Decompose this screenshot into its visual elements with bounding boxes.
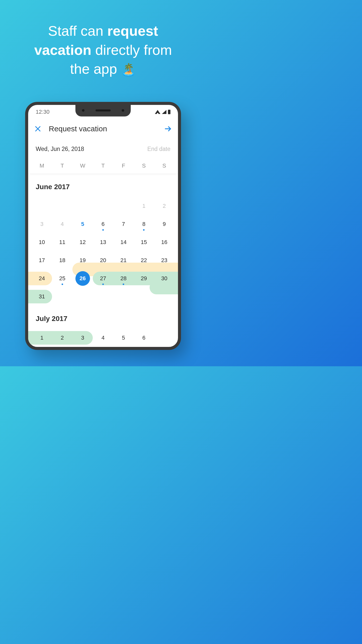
event-dot-icon [102, 229, 104, 231]
day-number: 13 [100, 239, 106, 246]
calendar-day[interactable]: 25 [52, 269, 72, 288]
calendar-day[interactable]: 3 [32, 215, 52, 233]
weekday-header: M T W T F S S [28, 157, 178, 174]
day-number: 28 [120, 275, 126, 282]
day-number: 2 [163, 203, 166, 209]
date-range-row: Wed, Jun 26, 2018 End date [28, 139, 178, 157]
day-number: 18 [59, 257, 65, 264]
day-number: 14 [120, 239, 126, 246]
calendar-day[interactable]: 18 [52, 251, 72, 269]
day-number: 1 [142, 203, 145, 209]
day-number: 16 [161, 239, 167, 246]
day-number: 9 [163, 221, 166, 227]
hero-text-3: the app [70, 61, 121, 77]
calendar-day[interactable]: 5 [72, 215, 93, 233]
status-time: 12:30 [36, 109, 50, 115]
calendar-day[interactable]: 10 [32, 233, 52, 251]
day-number: 20 [100, 257, 106, 264]
calendar-day[interactable]: 4 [93, 329, 113, 347]
hero-text-1: Staff can [48, 23, 107, 39]
month-title: July 2017 [32, 306, 174, 329]
next-arrow-icon[interactable] [164, 125, 171, 132]
calendar-day[interactable]: 15 [134, 233, 154, 251]
calendar-day[interactable]: 6 [134, 329, 154, 347]
calendar-day[interactable]: 14 [113, 233, 134, 251]
calendar-day[interactable]: 17 [32, 251, 52, 269]
day-number: 10 [39, 239, 45, 246]
event-dot-icon [143, 229, 145, 231]
calendar-day[interactable]: 1 [134, 197, 154, 215]
calendar-grid-july: 123456 [32, 329, 174, 347]
day-number: 25 [59, 275, 65, 282]
dow-mon: M [32, 163, 52, 169]
event-dot-icon [102, 284, 104, 285]
day-number: 23 [161, 257, 167, 264]
phone-mockup: 12:30 Request vacation Wed, Jun 26, 2018… [25, 102, 181, 350]
day-number: 15 [141, 239, 147, 246]
phone-notch [75, 104, 131, 116]
dow-sun: S [154, 163, 174, 169]
close-icon[interactable] [35, 126, 41, 132]
day-number: 29 [141, 275, 147, 282]
calendar-day[interactable]: 2 [154, 197, 174, 215]
day-number: 6 [102, 221, 105, 227]
day-number: 31 [39, 293, 45, 300]
calendar-day[interactable]: 7 [113, 215, 134, 233]
status-icons [155, 110, 170, 114]
day-number: 7 [122, 221, 125, 227]
day-number: 4 [102, 335, 105, 341]
month-june: June 2017 123456789101112131415161718192… [28, 174, 178, 306]
calendar-blank [93, 197, 113, 215]
calendar-day[interactable]: 13 [93, 233, 113, 251]
month-title: June 2017 [32, 174, 174, 197]
end-date-placeholder[interactable]: End date [147, 146, 170, 152]
day-number: 11 [59, 239, 65, 246]
wifi-icon [155, 110, 160, 114]
calendar-grid-june: 1234567891011121314151617181920212223242… [32, 197, 174, 306]
day-number: 5 [81, 221, 84, 227]
app-header: Request vacation [28, 119, 178, 139]
hero-bold-1: request [107, 23, 158, 39]
calendar-day[interactable]: 4 [52, 215, 72, 233]
palm-island-emoji: 🏝️ [121, 63, 136, 76]
month-july: July 2017 123456 [28, 306, 178, 347]
day-number: 6 [142, 335, 145, 341]
day-number: 21 [120, 257, 126, 264]
calendar-day[interactable]: 8 [134, 215, 154, 233]
calendar-day[interactable]: 5 [113, 329, 134, 347]
calendar-day[interactable]: 11 [52, 233, 72, 251]
calendar-blank [72, 197, 93, 215]
cellular-icon [162, 110, 166, 114]
dow-thu: T [93, 163, 113, 169]
start-date-label[interactable]: Wed, Jun 26, 2018 [36, 146, 84, 152]
battery-icon [168, 110, 170, 114]
day-number: 5 [122, 335, 125, 341]
day-number: 1 [40, 335, 43, 341]
dow-fri: F [113, 163, 134, 169]
day-number: 19 [80, 257, 86, 264]
calendar-blank [113, 197, 134, 215]
day-number: 3 [40, 221, 43, 227]
day-number: 2 [61, 335, 64, 341]
calendar-day[interactable]: 16 [154, 233, 174, 251]
event-dot-icon [123, 284, 124, 285]
calendar-day[interactable]: 12 [72, 233, 93, 251]
calendar-day[interactable]: 6 [93, 215, 113, 233]
day-number: 27 [100, 275, 106, 282]
calendar-blank [52, 197, 72, 215]
dow-sat: S [134, 163, 154, 169]
day-number: 4 [61, 221, 64, 227]
calendar-blank [32, 197, 52, 215]
dow-wed: W [72, 163, 93, 169]
calendar-day[interactable]: 9 [154, 215, 174, 233]
day-number: 17 [39, 257, 45, 264]
day-number: 26 [80, 275, 86, 282]
day-number: 12 [80, 239, 86, 246]
day-number: 3 [81, 335, 84, 341]
hero-text-2: directly from [91, 42, 172, 58]
day-number: 30 [161, 275, 167, 282]
promo-headline: Staff can request vacation directly from… [0, 0, 206, 78]
hero-bold-2: vacation [34, 42, 91, 58]
event-dot-icon [62, 284, 63, 285]
day-number: 24 [39, 275, 45, 282]
